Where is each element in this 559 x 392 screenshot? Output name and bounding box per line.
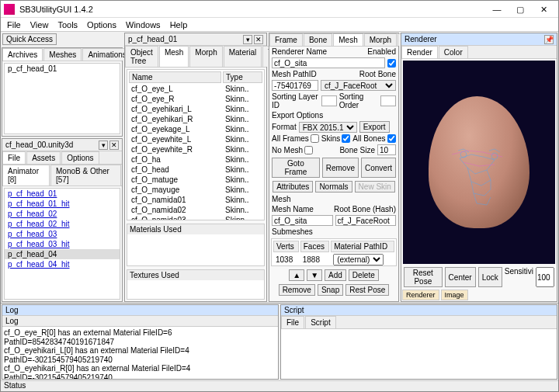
mesh-row[interactable]: cf_O_namida01Skinn..	[129, 196, 262, 204]
mesh-row[interactable]: cf_O_eyewhite_LSkinn..	[129, 135, 262, 144]
mesh-name-input[interactable]	[272, 215, 333, 226]
tab-mesh2[interactable]: Mesh	[333, 33, 363, 46]
reset-pose-button[interactable]: Reset Pose	[404, 267, 443, 287]
menu-file[interactable]: File	[7, 20, 21, 29]
mesh-row[interactable]: cf_O_eyekage_LSkinn..	[129, 125, 262, 134]
bottom-tab-image[interactable]: Image	[441, 290, 468, 300]
mesh-row[interactable]: cf_O_eyehikari_RSkinn..	[129, 115, 262, 123]
convert-button[interactable]: Convert	[361, 158, 396, 178]
asset-item[interactable]: p_cf_head_01	[5, 189, 120, 199]
tab-morph[interactable]: Morph	[189, 46, 222, 67]
enabled-checkbox[interactable]	[387, 59, 396, 68]
tab-archives[interactable]: Archives	[2, 48, 43, 61]
renderer-name-input[interactable]	[272, 57, 385, 68]
submesh-row[interactable]: 10381888(external)	[273, 254, 394, 265]
renderer-viewport[interactable]	[403, 61, 555, 264]
tab-material[interactable]: Material	[224, 46, 262, 67]
tab-color[interactable]: Color	[439, 46, 468, 58]
sort-order-input[interactable]	[380, 95, 396, 106]
tab-options[interactable]: Options	[61, 151, 99, 164]
panel-close-icon[interactable]: ✕	[109, 140, 119, 150]
panel-dropdown-icon[interactable]: ▾	[99, 140, 108, 150]
close-button[interactable]: ✕	[532, 2, 555, 17]
attributes-button[interactable]: Attributes	[273, 181, 313, 193]
tab-mesh[interactable]: Mesh	[159, 46, 189, 67]
asset-item[interactable]: p_cf_head_02_hit	[5, 219, 120, 229]
menu-view[interactable]: View	[30, 20, 49, 29]
bone-size-input[interactable]	[377, 144, 396, 155]
skins-checkbox[interactable]	[342, 134, 350, 143]
goto-frame-button[interactable]: Goto Frame	[272, 158, 320, 178]
panel-dropdown-icon[interactable]: ▾	[243, 35, 252, 44]
maximize-button[interactable]: ▢	[509, 2, 532, 17]
tab-bone[interactable]: Bone	[304, 33, 332, 46]
move-up-button[interactable]: ▲	[289, 269, 304, 281]
script-tab-script[interactable]: Script	[305, 316, 336, 328]
delete-button[interactable]: Delete	[349, 269, 379, 281]
col-name[interactable]: Name	[129, 71, 221, 83]
mesh-row[interactable]: cf_O_namida03Skinn..	[129, 216, 262, 220]
no-mesh-checkbox[interactable]	[304, 146, 313, 154]
asset-item[interactable]: p_cf_head_02	[5, 209, 120, 219]
mesh-row[interactable]: cf_O_headSkinn..	[129, 165, 262, 174]
rest-pose-button[interactable]: Rest Pose	[345, 284, 389, 296]
snap-button[interactable]: Snap	[318, 284, 343, 296]
log-subtab[interactable]: Log	[2, 316, 278, 327]
mesh-row[interactable]: cf_O_matugeSkinn..	[129, 175, 262, 184]
script-body[interactable]	[281, 329, 557, 379]
lock-button[interactable]: Lock	[478, 267, 502, 287]
tab-assets[interactable]: Assets	[26, 151, 61, 164]
tab-morph2[interactable]: Morph	[364, 33, 397, 46]
log-body[interactable]: cf_O_eye_R[0] has an external Material F…	[2, 327, 278, 379]
tab-object-tree[interactable]: Object Tree	[125, 46, 158, 67]
mesh-row[interactable]: cf_O_eye_RSkinn..	[129, 95, 262, 103]
renderer-pin-icon[interactable]: 📌	[544, 35, 554, 44]
all-bones-checkbox[interactable]	[387, 134, 396, 143]
sort-layer-input[interactable]	[321, 95, 337, 106]
tab-file[interactable]: File	[2, 151, 26, 164]
mesh-row[interactable]: cf_O_mayugeSkinn..	[129, 186, 262, 194]
tab-render[interactable]: Render	[401, 46, 438, 58]
bottom-tab-renderer[interactable]: Renderer	[402, 290, 439, 300]
lbl-sort-layer: Sorting Layer ID	[272, 92, 319, 109]
mesh-row[interactable]: cf_O_eyehikari_LSkinn..	[129, 105, 262, 113]
mesh-row[interactable]: cf_O_eyewhite_RSkinn..	[129, 145, 262, 154]
export-button[interactable]: Export	[359, 121, 390, 133]
menu-options[interactable]: Options	[87, 20, 116, 29]
remove2-button[interactable]: Remove	[279, 284, 315, 296]
remove-button[interactable]: Remove	[322, 158, 359, 178]
subtab-monob[interactable]: MonoB & Other [57]	[50, 165, 121, 186]
minimize-button[interactable]: —	[485, 2, 509, 17]
asset-item[interactable]: p_cf_head_04	[5, 249, 120, 259]
menu-windows[interactable]: Windows	[126, 20, 161, 29]
archive-item[interactable]: p_cf_head_01	[5, 64, 120, 74]
format-select[interactable]: FBX 2015.1	[299, 122, 357, 133]
panel-close-icon[interactable]: ✕	[254, 35, 263, 44]
quick-access-button[interactable]: Quick Access	[2, 33, 57, 45]
tab-meshes[interactable]: Meshes	[43, 48, 82, 61]
tab-frame[interactable]: Frame	[269, 33, 303, 46]
mesh-row[interactable]: cf_O_eye_LSkinn..	[129, 85, 262, 93]
mesh-pathid-input[interactable]	[272, 80, 318, 91]
script-tab-file[interactable]: File	[281, 316, 304, 328]
center-button[interactable]: Center	[445, 267, 476, 287]
root-hash-input[interactable]	[335, 215, 397, 226]
sensitivity-input[interactable]	[536, 267, 554, 287]
all-frames-checkbox[interactable]	[311, 134, 319, 143]
subtab-animator[interactable]: Animator [8]	[2, 165, 50, 186]
mesh-row[interactable]: cf_O_namida02Skinn..	[129, 206, 262, 214]
add-button[interactable]: Add	[325, 269, 346, 281]
asset-item[interactable]: p_cf_head_03_hit	[5, 239, 120, 249]
asset-item[interactable]: p_cf_head_01_hit	[5, 199, 120, 209]
material-select[interactable]: (external)	[333, 254, 384, 265]
menu-tools[interactable]: Tools	[57, 20, 78, 29]
col-type[interactable]: Type	[223, 71, 262, 83]
normals-button[interactable]: Normals	[315, 181, 352, 193]
asset-item[interactable]: p_cf_head_03	[5, 229, 120, 239]
mesh-row[interactable]: cf_O_haSkinn..	[129, 155, 262, 164]
menu-help[interactable]: Help	[170, 20, 188, 29]
asset-item[interactable]: p_cf_head_04_hit	[5, 259, 120, 269]
move-down-button[interactable]: ▼	[307, 269, 322, 281]
root-bone-select[interactable]: cf_J_FaceRoot	[321, 80, 396, 91]
new-skin-button[interactable]: New Skin	[355, 181, 395, 193]
